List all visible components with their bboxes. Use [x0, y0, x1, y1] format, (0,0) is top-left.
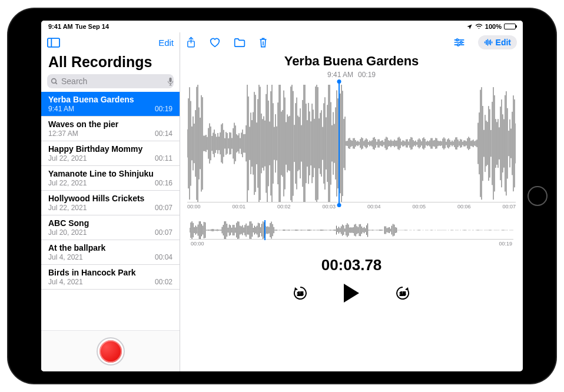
- svg-point-15: [457, 44, 459, 46]
- share-icon[interactable]: [186, 36, 196, 48]
- edit-recording-label: Edit: [496, 38, 511, 47]
- svg-text:15: 15: [400, 291, 406, 297]
- battery-percent: 100%: [485, 23, 502, 30]
- trash-icon[interactable]: [258, 37, 268, 48]
- recording-item[interactable]: ABC Song Jul 20, 2021 00:07: [41, 215, 180, 240]
- svg-point-13: [460, 41, 462, 43]
- status-date: Tue Sep 14: [75, 23, 109, 30]
- recording-item-subtitle: Jul 22, 2021: [48, 179, 87, 187]
- recording-item-subtitle: 9:41 AM: [48, 105, 74, 113]
- time-tick: 00:03: [322, 204, 336, 210]
- time-tick: 00:02: [277, 204, 291, 210]
- screen: 9:41 AM Tue Sep 14 100%: [41, 21, 523, 371]
- recording-item-title: Birds in Hancock Park: [48, 268, 172, 277]
- svg-rect-1: [48, 38, 59, 47]
- sidebar-edit-button[interactable]: Edit: [158, 38, 174, 48]
- svg-text:15: 15: [297, 291, 303, 297]
- recording-item[interactable]: Happy Birthday Mommy Jul 22, 2021 00:11: [41, 141, 180, 166]
- time-tick: 00:05: [412, 204, 426, 210]
- recording-time: 9:41 AM: [327, 71, 353, 79]
- overview-ruler: 00:00 00:19: [190, 239, 513, 247]
- playback-controls: 15 15: [180, 284, 523, 303]
- recording-item[interactable]: Birds in Hancock Park Jul 4, 2021 00:02: [41, 265, 180, 290]
- record-bar: [41, 330, 180, 371]
- time-tick: 00:07: [502, 204, 516, 210]
- overview-playhead[interactable]: [264, 220, 266, 240]
- recording-item[interactable]: Yerba Buena Gardens 9:41 AM 00:19: [41, 92, 180, 117]
- svg-point-0: [479, 28, 480, 29]
- recording-item-duration: 00:16: [155, 179, 172, 187]
- recording-item-duration: 00:07: [155, 204, 172, 212]
- svg-point-11: [456, 39, 458, 41]
- recording-item-subtitle: Jul 4, 2021: [48, 253, 83, 261]
- recording-item-duration: 00:04: [155, 253, 172, 261]
- battery-icon: [504, 24, 516, 29]
- recording-item-duration: 00:11: [155, 154, 172, 162]
- skip-forward-button[interactable]: 15: [394, 285, 411, 301]
- recording-item-title: Happy Birthday Mommy: [48, 144, 172, 154]
- location-icon: [466, 24, 473, 30]
- recording-duration: 00:19: [358, 71, 376, 79]
- recording-item-subtitle: Jul 22, 2021: [48, 154, 87, 162]
- overview-start: 00:00: [191, 241, 204, 247]
- recording-meta: 9:41 AM 00:19: [180, 71, 523, 79]
- recording-item-duration: 00:02: [155, 278, 172, 286]
- recording-item-title: Hollywood Hills Crickets: [48, 194, 172, 203]
- recording-item[interactable]: At the ballpark Jul 4, 2021 00:04: [41, 240, 180, 265]
- skip-back-button[interactable]: 15: [292, 285, 308, 301]
- waveform-icon: [484, 38, 493, 46]
- record-button[interactable]: [98, 338, 124, 364]
- favorite-icon[interactable]: [209, 37, 221, 48]
- recording-item[interactable]: Waves on the pier 12:37 AM 00:14: [41, 117, 180, 141]
- sidebar: Edit All Recordings Yerba Buena Gar: [41, 32, 180, 371]
- recording-title[interactable]: Yerba Buena Gardens: [180, 54, 523, 69]
- sidebar-toggle-icon[interactable]: [47, 38, 60, 48]
- recording-item-title: Yamanote Line to Shinjuku: [48, 169, 172, 178]
- time-tick: 00:01: [232, 204, 245, 210]
- recording-item-title: Yerba Buena Gardens: [48, 95, 172, 104]
- time-tick: 00:04: [367, 204, 381, 210]
- recording-item-subtitle: Jul 20, 2021: [48, 228, 87, 237]
- time-tick: 00:00: [187, 204, 201, 210]
- recording-item-subtitle: Jul 4, 2021: [48, 278, 83, 286]
- options-icon[interactable]: [453, 38, 465, 47]
- search-field[interactable]: [47, 74, 174, 88]
- svg-point-3: [52, 78, 57, 83]
- recording-item-duration: 00:19: [155, 105, 172, 113]
- recording-item-title: At the ballpark: [48, 243, 172, 253]
- ipad-frame: 9:41 AM Tue Sep 14 100%: [8, 9, 556, 383]
- status-bar: 9:41 AM Tue Sep 14 100%: [41, 21, 523, 32]
- sidebar-title: All Recordings: [41, 52, 180, 74]
- waveform-large[interactable]: [187, 85, 516, 202]
- search-input[interactable]: [61, 77, 164, 86]
- folder-icon[interactable]: [234, 38, 245, 48]
- svg-line-4: [55, 82, 57, 84]
- play-button[interactable]: [344, 284, 359, 303]
- recording-item[interactable]: Yamanote Line to Shinjuku Jul 22, 2021 0…: [41, 166, 180, 191]
- main-toolbar: Edit: [180, 32, 523, 52]
- recording-item-subtitle: 12:37 AM: [48, 129, 78, 138]
- edit-recording-button[interactable]: Edit: [478, 35, 517, 49]
- svg-rect-5: [169, 77, 171, 82]
- home-button[interactable]: [527, 186, 548, 206]
- status-time: 9:41 AM: [48, 23, 73, 30]
- time-ruler: 00:0000:0100:0200:0300:0400:0500:0600:07: [187, 202, 516, 210]
- search-icon: [51, 78, 58, 85]
- waveform-overview[interactable]: [190, 221, 513, 239]
- recordings-list[interactable]: Yerba Buena Gardens 9:41 AM 00:19 Waves …: [41, 92, 180, 330]
- wifi-icon: [475, 24, 483, 29]
- overview-end: 00:19: [499, 241, 512, 247]
- recording-item-title: Waves on the pier: [48, 119, 172, 129]
- dictation-icon[interactable]: [167, 77, 174, 86]
- recording-item[interactable]: Hollywood Hills Crickets Jul 22, 2021 00…: [41, 191, 180, 215]
- recording-item-duration: 00:14: [155, 129, 172, 138]
- recording-item-title: ABC Song: [48, 218, 172, 228]
- time-counter: 00:03.78: [180, 256, 523, 274]
- time-tick: 00:06: [457, 204, 471, 210]
- main-panel: Edit Yerba Buena Gardens 9:41 AM 00:19 0…: [180, 32, 523, 371]
- playhead[interactable]: [339, 82, 340, 204]
- recording-item-subtitle: Jul 22, 2021: [48, 204, 87, 212]
- recording-item-duration: 00:07: [155, 228, 172, 237]
